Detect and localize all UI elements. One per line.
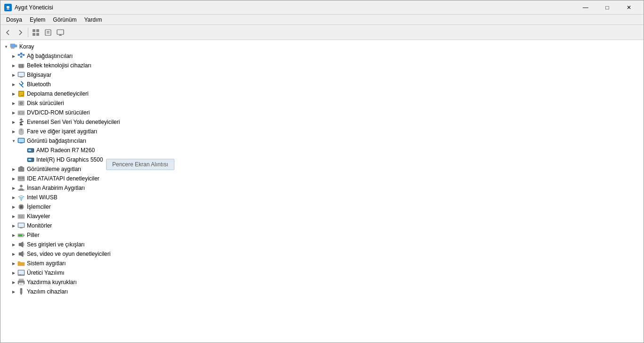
back-button[interactable] [2, 27, 14, 38]
expand-arrow-1 [10, 62, 17, 69]
tree-item-8[interactable]: Fare ve diğer işaret aygıtları [0, 127, 644, 136]
svg-rect-113 [18, 274, 24, 275]
menu-eylem[interactable]: Eylem [26, 15, 49, 24]
tree-item-24[interactable]: Yazdırma kuyrukları [0, 278, 644, 287]
usb-icon-7 [17, 118, 25, 126]
monitor-button[interactable] [55, 27, 66, 38]
minimize-button[interactable]: — [575, 0, 596, 15]
tree-item-20[interactable]: Ses girişleri ve çıkışları [0, 240, 644, 249]
expand-arrow-21 [10, 250, 17, 258]
svg-point-77 [20, 185, 23, 188]
printer-icon-24 [17, 278, 25, 286]
expand-arrow-20 [10, 241, 17, 248]
menu-yardim[interactable]: Yardım [80, 15, 106, 24]
tree-item-18[interactable]: Monitörler [0, 221, 644, 230]
svg-rect-4 [33, 29, 35, 32]
cpu-icon-16 [17, 203, 25, 211]
tree-item-5[interactable]: Disk sürücüleri [0, 98, 644, 108]
svg-rect-114 [19, 275, 21, 275]
expand-arrow-3 [10, 81, 17, 88]
svg-rect-19 [16, 45, 17, 47]
disk-icon-5 [17, 99, 25, 107]
svg-rect-107 [24, 235, 25, 236]
tree-item-13[interactable]: IDE ATA/ATAPI denetleyiciler [0, 174, 644, 183]
tree-label-20: Ses girişleri ve çıkışları [27, 241, 85, 248]
svg-rect-16 [11, 48, 14, 49]
maximize-button[interactable]: □ [596, 0, 618, 15]
svg-rect-40 [19, 95, 21, 96]
svg-rect-15 [11, 44, 15, 47]
system-icon-23 [17, 269, 25, 277]
tree-item-17[interactable]: Klavyeler [0, 212, 644, 221]
svg-rect-5 [36, 29, 39, 32]
memory-icon-1 [17, 62, 25, 69]
tree-item-2[interactable]: Bilgisayar [0, 70, 644, 80]
window-controls: — □ ✕ [575, 0, 640, 15]
properties-button[interactable] [42, 27, 54, 38]
expand-arrow-9 [10, 137, 17, 145]
expand-arrow-4 [10, 90, 17, 98]
tree-items: Ağ bağdaştırıcıları Bellek teknolojisi c… [0, 51, 644, 296]
tree-item-3[interactable]: Bluetooth [0, 80, 644, 89]
folder-icon-22 [17, 260, 25, 267]
svg-rect-31 [23, 64, 23, 67]
tree-label-17: Klavyeler [27, 213, 50, 220]
menu-gorunum[interactable]: Görünüm [49, 15, 80, 24]
tree-view-container[interactable]: Koray Ağ bağdaştırıcıları Bellek teknolo… [0, 40, 644, 343]
tree-label-18: Monitörler [27, 222, 52, 229]
svg-rect-82 [20, 206, 23, 208]
tree-item-12[interactable]: Görüntüleme aygıtları [0, 164, 644, 174]
forward-button[interactable] [15, 27, 26, 38]
menu-dosya[interactable]: Dosya [2, 15, 26, 24]
svg-rect-73 [18, 177, 21, 179]
tree-item-0[interactable]: Ağ bağdaştırıcıları [0, 51, 644, 61]
tree-item-15[interactable]: Intel WiUSB [0, 193, 644, 202]
svg-rect-34 [18, 73, 24, 76]
view-button[interactable] [30, 27, 41, 38]
tree-item-14[interactable]: İnsan Arabirim Aygıtları [0, 183, 644, 193]
tree-item-1[interactable]: Bellek teknolojisi cihazları [0, 61, 644, 70]
tree-label-8: Fare ve diğer işaret aygıtları [27, 128, 97, 135]
close-button[interactable]: ✕ [618, 0, 640, 15]
tree-item-10[interactable]: AMD Radeon R7 M260 [0, 146, 644, 155]
svg-rect-3 [7, 9, 9, 9]
root-label: Koray [19, 43, 34, 50]
battery-icon-19 [17, 231, 25, 239]
svg-rect-30 [22, 64, 22, 67]
svg-rect-100 [20, 217, 22, 218]
svg-rect-38 [19, 92, 23, 93]
expand-arrow-23 [10, 269, 17, 277]
audio-icon-20 [17, 241, 25, 248]
tree-item-4[interactable]: Depolama denetleyicileri [0, 89, 644, 98]
tree-label-1: Bellek teknolojisi cihazları [27, 62, 91, 69]
monitor-icon-2 [17, 71, 25, 79]
expand-arrow-24 [10, 278, 17, 286]
svg-rect-112 [18, 270, 24, 274]
tree-item-11[interactable]: Intel(R) HD Graphics 5500 [0, 155, 644, 164]
svg-rect-99 [19, 217, 20, 218]
tree-item-16[interactable]: İşlemciler [0, 202, 644, 212]
device-tree: Koray Ağ bağdaştırıcıları Bellek teknolo… [0, 41, 644, 297]
tree-root-koray[interactable]: Koray [0, 42, 644, 51]
svg-rect-11 [57, 30, 64, 34]
svg-rect-97 [21, 215, 22, 216]
expand-arrow-13 [10, 175, 17, 182]
tree-item-22[interactable]: Sistem aygıtları [0, 259, 644, 268]
tree-item-6[interactable]: DVD/CD-ROM sürücüleri [0, 108, 644, 117]
bluetooth-icon-3 [17, 81, 25, 88]
tree-item-23[interactable]: Üretici Yazılımı [0, 268, 644, 278]
tree-item-21[interactable]: Ses, video ve oyun denetleyicileri [0, 249, 644, 259]
svg-marker-121 [20, 293, 22, 295]
gpu-icon-11 [27, 156, 34, 163]
tree-label-12: Görüntüleme aygıtları [27, 166, 81, 172]
tree-item-9[interactable]: Görüntü bağdaştırıcıları [0, 136, 644, 146]
tree-label-22: Sistem aygıtları [27, 260, 66, 267]
tree-item-7[interactable]: Evrensel Seri Veri Yolu denetleyicileri [0, 117, 644, 127]
tree-label-21: Ses, video ve oyun denetleyicileri [27, 251, 110, 257]
tree-label-4: Depolama denetleyicileri [27, 90, 89, 97]
tree-label-16: İşlemciler [27, 204, 51, 210]
svg-rect-6 [33, 33, 35, 36]
svg-rect-115 [19, 279, 24, 281]
tree-item-19[interactable]: Piller [0, 230, 644, 240]
tree-item-25[interactable]: Yazılım cihazları [0, 287, 644, 296]
